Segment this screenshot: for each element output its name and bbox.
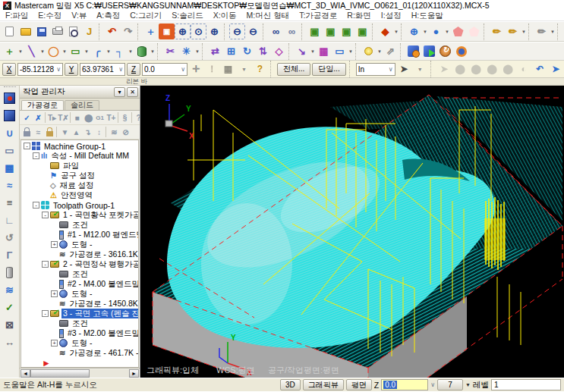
tree-row[interactable]: ⚑공구 설정 <box>21 171 138 180</box>
xform-rotate-icon[interactable]: ↻ <box>239 43 255 59</box>
cplane-dropdown-icon[interactable]: ▼ <box>444 24 450 39</box>
cplane-sphere-icon[interactable]: ● <box>428 24 444 39</box>
options-caret-icon[interactable]: ▼ <box>237 62 251 77</box>
g1-post-icon[interactable]: G1 <box>94 111 106 124</box>
tree-row[interactable]: -Machine Group-1 <box>21 141 138 151</box>
menu-machine-type[interactable]: M:머신 형태 <box>247 11 290 21</box>
scroll-thumb[interactable] <box>30 369 90 378</box>
clamp-icon[interactable]: Γ <box>2 247 18 262</box>
cube-icon[interactable] <box>2 108 18 123</box>
z-depth-field[interactable]: 0.0 <box>381 379 428 390</box>
validate-selection-icon[interactable]: ➤ <box>549 62 563 77</box>
color-button[interactable]: 7 <box>437 379 463 390</box>
tree-row-selected[interactable]: -3 - 곡면 고속 (펜슬 잔삭 경로) - <box>21 309 138 318</box>
tree-row[interactable]: ⚠안전영역 <box>21 190 138 200</box>
gview-cube-select-icon[interactable]: ◆ <box>377 24 393 39</box>
attributes-clear-icon[interactable]: ✏ <box>534 24 550 39</box>
attributes-dropdown-icon[interactable]: ▼ <box>521 24 527 39</box>
trim-break-icon[interactable]: ✂ <box>162 43 178 59</box>
menu-solids[interactable]: S:솔리드 <box>172 11 203 21</box>
z-depth-caret-icon[interactable]: ∨ <box>430 381 435 388</box>
tree-row[interactable]: ≋가공경로 - 1450.8K - MCT_3 <box>21 299 138 309</box>
autocursor-help-icon[interactable]: ? <box>253 62 267 77</box>
misc-values-icon[interactable]: § <box>119 111 131 124</box>
ops-verify-solid-icon[interactable]: ■ <box>71 111 83 124</box>
hook-icon[interactable]: ∪ <box>2 125 18 140</box>
scroll-waves-icon[interactable]: ≋ <box>109 126 120 138</box>
create-point-icon[interactable]: ＋ <box>2 43 17 59</box>
screen-dropdown-icon[interactable]: ▼ <box>348 43 354 59</box>
shading-bulb-icon[interactable] <box>361 43 377 59</box>
x-coord-field[interactable]: -85.12128∨ <box>17 63 63 76</box>
rect-dropdown-icon[interactable]: ▼ <box>83 43 90 59</box>
unselect-all-ops-icon[interactable]: ✗ <box>33 111 44 124</box>
fillet-dropdown-icon[interactable]: ▼ <box>106 43 112 59</box>
zoom-out-icon[interactable]: ⊖ <box>245 24 261 39</box>
gview-front-icon[interactable]: ▣ <box>323 24 339 39</box>
scroll-track[interactable] <box>30 369 129 378</box>
expander-icon[interactable]: + <box>51 340 58 347</box>
lock-toolpath-icon[interactable] <box>21 126 33 138</box>
redo-icon[interactable]: ↷ <box>120 24 136 39</box>
backplot-icon[interactable] <box>421 43 437 59</box>
new-file-icon[interactable] <box>2 24 17 39</box>
undo-icon[interactable]: ↶ <box>104 24 120 39</box>
analyze-binoculars-icon[interactable]: ∞ <box>268 24 284 39</box>
cursor-dropdown-icon[interactable]: ▼ <box>413 62 427 77</box>
menu-toolpaths[interactable]: T:가공경로 <box>299 11 337 21</box>
tree-row[interactable]: ≋가공경로 - 461.7K - MCT_3D <box>21 348 138 358</box>
line-dropdown-icon[interactable]: ▼ <box>39 43 46 59</box>
attributes-pencil-icon[interactable]: ✏ <box>489 24 505 39</box>
print-icon[interactable] <box>49 24 65 39</box>
fast-point-icon[interactable]: ✛ <box>189 62 203 77</box>
menu-edit[interactable]: E:수정 <box>38 11 61 21</box>
expander-icon[interactable]: - <box>33 202 39 209</box>
unzoom-window-icon[interactable]: ⊖ <box>229 24 245 39</box>
tree-row[interactable]: 조건 <box>21 269 138 279</box>
regen-selected-icon[interactable]: T▸ <box>46 111 58 124</box>
zoom-target-icon[interactable]: ⊙ <box>191 24 206 39</box>
toolpath-display-icon[interactable]: ≈ <box>33 126 44 138</box>
plane-back-icon[interactable] <box>466 24 482 39</box>
regen-dirty-icon[interactable]: T✗ <box>58 111 69 124</box>
spiral-square-icon[interactable]: ▩ <box>2 160 18 175</box>
expander-icon[interactable]: - <box>42 261 49 268</box>
move-down-icon[interactable]: ▼ <box>59 126 71 138</box>
xform-mirror-icon[interactable]: ⇅ <box>255 43 271 59</box>
expander-icon[interactable]: - <box>24 143 30 149</box>
create-arc-icon[interactable]: ◯ <box>46 43 61 59</box>
menu-xform[interactable]: X:이동 <box>213 11 237 21</box>
select-all-ops-icon[interactable]: ✓ <box>21 111 33 124</box>
graphics-viewport[interactable]: Z Y X Y X 그래픽뷰:입체 WCS:평면 공구/작업평면:평면 <box>140 86 564 378</box>
xform-copy-icon[interactable]: ⊞ <box>223 43 239 59</box>
cylinder-icon[interactable] <box>2 265 18 280</box>
corner-entry-icon[interactable]: ∟ <box>2 212 18 227</box>
tree-row[interactable]: 조건 <box>21 220 138 230</box>
tree-row[interactable]: -2 - 곡면정삭 평행가공 - [WCS: 평 <box>21 259 138 269</box>
move-up-icon[interactable]: ▲ <box>71 126 82 138</box>
cube-red-dot-icon[interactable] <box>2 90 18 105</box>
menu-help[interactable]: H:도움말 <box>411 11 443 21</box>
plane-front-icon[interactable] <box>450 24 466 39</box>
z-coord-button[interactable]: Z <box>127 63 140 76</box>
y-coord-button[interactable]: Y <box>65 63 78 76</box>
check-op-icon[interactable]: ✓ <box>2 299 18 315</box>
tree-row[interactable]: +도형 - <box>21 338 138 348</box>
create-chamfer-icon[interactable]: ┐ <box>112 43 128 59</box>
tree-row[interactable]: +도형 - <box>21 240 138 249</box>
menu-screen[interactable]: R:화면 <box>347 11 371 21</box>
snowflake-dropdown-icon[interactable]: ▼ <box>194 43 200 59</box>
scroll-left-button[interactable]: ◄ <box>20 369 30 378</box>
menu-analyze[interactable]: A:측정 <box>96 11 120 21</box>
expander-icon[interactable]: - <box>33 152 39 159</box>
zoom-window-icon[interactable]: ⊕ <box>175 24 191 39</box>
gview-dropdown-icon[interactable]: ▼ <box>393 24 399 39</box>
tree-row[interactable]: -ılı속성 - Mill Default MM <box>21 151 138 161</box>
expander-icon[interactable]: - <box>42 212 49 218</box>
gview-side-icon[interactable]: ▣ <box>339 24 354 39</box>
menu-settings[interactable]: I:설정 <box>381 11 402 21</box>
ops-verify-shape-icon[interactable]: ⬤ <box>83 111 94 124</box>
panel-close-button[interactable]: ✕ <box>127 87 138 97</box>
chamfer-dropdown-icon[interactable]: ▼ <box>128 43 134 59</box>
operations-manager-icon[interactable] <box>453 43 469 59</box>
